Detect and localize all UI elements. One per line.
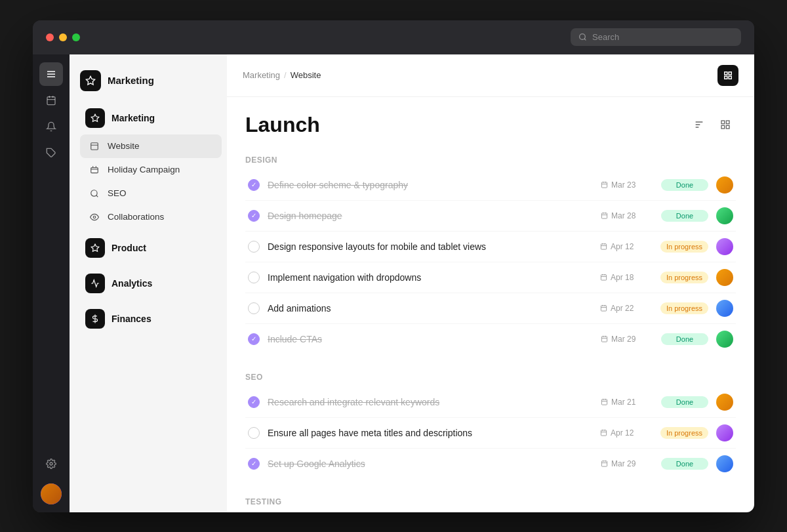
task-checkbox-1[interactable]: ✓ bbox=[248, 179, 260, 191]
table-row: ✓ Set up Google Analytics Mar 29 Done bbox=[245, 449, 736, 479]
task-date-text-1: Mar 23 bbox=[611, 180, 636, 190]
svg-rect-58 bbox=[601, 430, 606, 436]
seo-icon bbox=[88, 187, 101, 200]
sidebar-icon-calendar[interactable] bbox=[39, 89, 63, 112]
task-name-7: Research and integrate relevant keywords bbox=[268, 397, 593, 407]
task-checkbox-3[interactable] bbox=[248, 241, 260, 253]
nav-item-website[interactable]: Website bbox=[80, 134, 222, 158]
seo-section-label: SEO bbox=[245, 373, 736, 382]
status-badge-6: Done bbox=[661, 333, 708, 345]
svg-rect-62 bbox=[601, 461, 607, 466]
sidebar-icon-puzzle[interactable] bbox=[39, 141, 63, 165]
svg-marker-10 bbox=[86, 76, 94, 85]
task-name-2: Design homepage bbox=[268, 211, 593, 221]
close-button[interactable] bbox=[46, 33, 54, 41]
task-date-4: Apr 18 bbox=[600, 273, 653, 282]
nav-group-finances-header[interactable]: Finances bbox=[75, 302, 222, 335]
avatar[interactable] bbox=[41, 483, 62, 504]
status-badge-9: Done bbox=[661, 458, 708, 470]
marketing-group-icon bbox=[85, 108, 105, 128]
maximize-button[interactable] bbox=[72, 33, 80, 41]
search-icon bbox=[578, 33, 587, 41]
task-date-text-6: Mar 29 bbox=[611, 335, 636, 344]
status-badge-1: Done bbox=[661, 179, 708, 191]
task-date-text-4: Apr 18 bbox=[611, 273, 634, 282]
analytics-group-label: Analytics bbox=[111, 278, 152, 289]
task-checkbox-5[interactable] bbox=[248, 302, 260, 314]
nav-item-seo[interactable]: SEO bbox=[80, 182, 222, 205]
svg-rect-42 bbox=[601, 275, 606, 280]
workspace-icon bbox=[80, 70, 101, 91]
task-checkbox-4[interactable] bbox=[248, 272, 260, 283]
svg-point-0 bbox=[580, 34, 586, 40]
status-badge-7: Done bbox=[661, 396, 708, 408]
nav-group-product-header[interactable]: Product bbox=[75, 232, 222, 264]
status-badge-5: In progress bbox=[660, 302, 708, 314]
task-avatar-7 bbox=[716, 394, 733, 411]
grid-view-button[interactable] bbox=[715, 114, 736, 135]
task-checkbox-6[interactable]: ✓ bbox=[248, 333, 260, 345]
testing-section-label: Testing bbox=[245, 497, 736, 506]
task-checkbox-2[interactable]: ✓ bbox=[248, 210, 260, 222]
svg-point-15 bbox=[91, 190, 97, 195]
nav-group-product: Product bbox=[70, 232, 227, 264]
workspace-header[interactable]: Marketing bbox=[70, 65, 227, 102]
sidebar-icon-settings[interactable] bbox=[39, 452, 63, 476]
task-checkbox-8[interactable] bbox=[248, 427, 260, 439]
breadcrumb: Marketing / Website bbox=[243, 70, 321, 80]
task-checkbox-7[interactable]: ✓ bbox=[248, 396, 260, 408]
task-date-1: Mar 23 bbox=[601, 180, 653, 190]
nav-group-analytics: Analytics bbox=[70, 267, 227, 300]
table-row: ✓ Include CTAs Mar 29 Done bbox=[245, 324, 736, 354]
nav-item-website-label: Website bbox=[108, 141, 140, 151]
task-avatar-9 bbox=[716, 455, 733, 472]
svg-rect-34 bbox=[601, 213, 607, 218]
task-avatar-8 bbox=[716, 424, 733, 441]
icon-sidebar bbox=[33, 54, 70, 512]
filter-button[interactable] bbox=[689, 114, 710, 135]
finances-group-icon bbox=[85, 309, 105, 329]
task-avatar-4 bbox=[716, 269, 733, 286]
svg-rect-26 bbox=[721, 121, 725, 124]
svg-rect-19 bbox=[725, 72, 727, 74]
table-row: ✓ Research and integrate relevant keywor… bbox=[245, 387, 736, 418]
task-date-text-9: Mar 29 bbox=[611, 459, 636, 468]
svg-rect-4 bbox=[47, 96, 55, 104]
svg-rect-21 bbox=[729, 76, 731, 79]
status-badge-8: In progress bbox=[660, 427, 708, 439]
content-body: Launch bbox=[227, 97, 754, 512]
layout-toggle-button[interactable] bbox=[717, 65, 738, 86]
holiday-icon bbox=[88, 163, 101, 176]
svg-marker-11 bbox=[91, 114, 99, 121]
nav-item-holiday[interactable]: Holiday Campaign bbox=[80, 158, 222, 182]
task-checkbox-9[interactable]: ✓ bbox=[248, 458, 260, 470]
svg-rect-14 bbox=[91, 167, 98, 173]
minimize-button[interactable] bbox=[59, 33, 67, 41]
nav-group-analytics-header[interactable]: Analytics bbox=[75, 267, 222, 300]
task-name-1: Define color scheme & typography bbox=[268, 180, 593, 190]
search-input[interactable] bbox=[592, 32, 733, 42]
task-name-8: Ensure all pages have meta titles and de… bbox=[268, 428, 592, 438]
nav-item-collaborations[interactable]: Collaborations bbox=[80, 205, 222, 229]
task-name-3: Design responsive layouts for mobile and… bbox=[268, 241, 592, 252]
sidebar-icon-notifications[interactable] bbox=[39, 115, 63, 138]
search-bar[interactable] bbox=[571, 28, 741, 46]
status-badge-4: In progress bbox=[660, 272, 708, 283]
nav-item-holiday-label: Holiday Campaign bbox=[108, 165, 180, 174]
task-date-6: Mar 29 bbox=[601, 335, 653, 344]
svg-rect-28 bbox=[726, 125, 729, 129]
table-row: ✓ Define color scheme & typography Mar 2… bbox=[245, 170, 736, 201]
page-title-row: Launch bbox=[245, 113, 736, 137]
svg-point-16 bbox=[93, 216, 96, 218]
task-name-9: Set up Google Analytics bbox=[268, 459, 593, 469]
svg-rect-27 bbox=[726, 121, 729, 124]
product-group-label: Product bbox=[111, 243, 146, 253]
nav-group-marketing-header[interactable]: Marketing bbox=[75, 102, 222, 134]
breadcrumb-current: Website bbox=[291, 70, 321, 80]
website-icon bbox=[88, 140, 101, 153]
svg-rect-38 bbox=[601, 244, 606, 249]
marketing-sub-items: Website Holiday Campaign bbox=[70, 134, 227, 229]
page-title: Launch bbox=[245, 113, 320, 137]
table-row: Conduct usability testing with a small g… bbox=[245, 512, 736, 512]
sidebar-icon-list[interactable] bbox=[39, 62, 63, 86]
